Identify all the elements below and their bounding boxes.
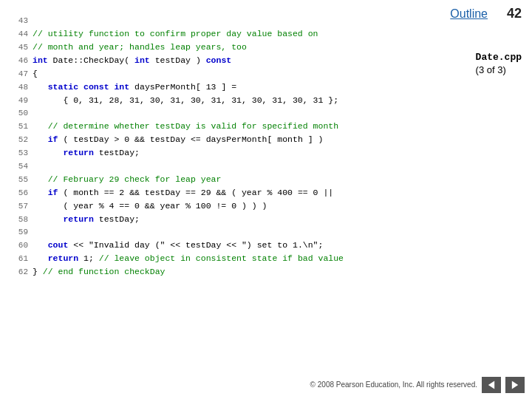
line-code: if ( testDay > 0 && testDay <= daysPerMo… xyxy=(33,133,323,146)
code-line: 50 xyxy=(7,107,525,120)
code-line: 48 static const int daysPerMonth[ 13 ] = xyxy=(7,81,525,94)
line-number: 47 xyxy=(7,68,28,81)
prev-button[interactable] xyxy=(482,377,501,393)
line-code: // utility function to confirm proper da… xyxy=(33,27,318,41)
code-line: 57 ( year % 4 == 0 && year % 100 != 0 ) … xyxy=(7,200,525,213)
line-number: 59 xyxy=(7,226,28,239)
line-number: 62 xyxy=(7,266,28,279)
code-line: 53 return testDay; xyxy=(7,146,525,160)
code-line: 61 return 1; // leave object in consiste… xyxy=(7,252,525,265)
svg-marker-1 xyxy=(512,381,518,389)
code-line: 60 cout << "Invalid day (" << testDay <<… xyxy=(7,239,525,252)
line-number: 46 xyxy=(7,55,28,67)
code-line: 62} // end function checkDay xyxy=(7,265,525,279)
line-number: 49 xyxy=(7,95,28,107)
line-number: 61 xyxy=(7,253,28,265)
line-code: if ( month == 2 && testDay == 29 && ( ye… xyxy=(33,186,333,200)
line-code: // February 29 check for leap year xyxy=(33,173,221,186)
line-code: int Date::CheckDay( int testDay ) const xyxy=(33,54,231,67)
line-code: return 1; // leave object in consistent … xyxy=(33,252,344,265)
code-line: 56 if ( month == 2 && testDay == 29 && (… xyxy=(7,186,525,200)
code-line: 58 return testDay; xyxy=(7,213,525,226)
code-line: 59 xyxy=(7,226,525,239)
line-number: 45 xyxy=(7,41,28,54)
code-line: 54 xyxy=(7,160,525,173)
line-code: { 0, 31, 28, 31, 30, 31, 30, 31, 31, 30,… xyxy=(33,94,338,107)
line-number: 53 xyxy=(7,147,28,160)
line-number: 54 xyxy=(7,160,28,173)
code-line: 46int Date::CheckDay( int testDay ) cons… xyxy=(7,54,525,67)
code-area: 4344// utility function to confirm prope… xyxy=(7,15,525,355)
line-code: cout << "Invalid day (" << testDay << ")… xyxy=(33,239,323,252)
line-number: 51 xyxy=(7,120,28,133)
line-number: 56 xyxy=(7,187,28,200)
line-code: { xyxy=(33,67,38,81)
next-button[interactable] xyxy=(505,377,525,393)
copyright-text: © 2008 Pearson Education, Inc. All right… xyxy=(310,380,477,390)
line-number: 55 xyxy=(7,174,28,186)
line-code: } // end function checkDay xyxy=(33,265,165,279)
line-code: // month and year; handles leap years, t… xyxy=(33,41,247,54)
code-line: 49 { 0, 31, 28, 31, 30, 31, 30, 31, 31, … xyxy=(7,94,525,107)
code-line: 44// utility function to confirm proper … xyxy=(7,27,525,41)
code-line: 55 // February 29 check for leap year xyxy=(7,173,525,186)
code-line: 51 // determine whether testDay is valid… xyxy=(7,120,525,133)
line-number: 60 xyxy=(7,239,28,252)
code-line: 52 if ( testDay > 0 && testDay <= daysPe… xyxy=(7,133,525,146)
code-line: 45// month and year; handles leap years,… xyxy=(7,41,525,54)
line-code: static const int daysPerMonth[ 13 ] = xyxy=(33,81,236,94)
line-code: return testDay; xyxy=(33,213,140,226)
line-code: // determine whether testDay is valid fo… xyxy=(33,120,338,133)
code-line: 47{ xyxy=(7,67,525,81)
line-number: 50 xyxy=(7,107,28,120)
line-code: return testDay; xyxy=(33,146,140,160)
svg-marker-0 xyxy=(488,381,494,389)
line-number: 48 xyxy=(7,81,28,94)
line-number: 43 xyxy=(7,15,28,27)
line-number: 44 xyxy=(7,28,28,41)
line-number: 57 xyxy=(7,200,28,213)
footer: © 2008 Pearson Education, Inc. All right… xyxy=(310,377,525,393)
code-line: 43 xyxy=(7,15,525,27)
line-number: 52 xyxy=(7,134,28,146)
line-number: 58 xyxy=(7,214,28,226)
line-code: ( year % 4 == 0 && year % 100 != 0 ) ) ) xyxy=(33,200,267,213)
